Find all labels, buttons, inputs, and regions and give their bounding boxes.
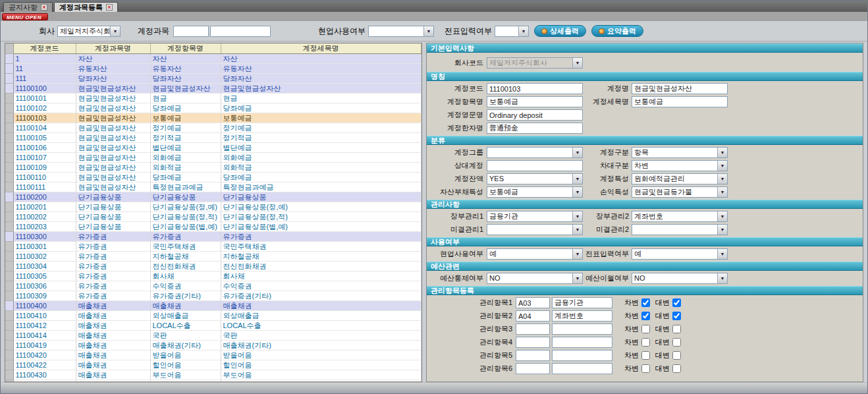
table-row[interactable]: 11100203단기금융상품단기금융상품(별,예)단기금융상품(별,예)	[5, 222, 421, 232]
row-selector[interactable]	[5, 54, 13, 64]
company-select[interactable]: 제일저지주식회사 ▼	[57, 26, 121, 37]
ledger-mgmt1-select[interactable]: 금융기관▼	[487, 211, 583, 222]
table-row[interactable]: 11100100현금및현금성자산현금및현금성자산현금및현금성자산	[5, 84, 421, 94]
table-row[interactable]: 11100110현금및현금성자산당좌예금당좌예금	[5, 173, 421, 183]
row-selector[interactable]	[5, 222, 13, 232]
table-row[interactable]: 11100305유가증권회사채회사채	[5, 271, 421, 281]
table-row[interactable]: 1자산자산자산	[5, 54, 421, 64]
row-selector[interactable]	[5, 192, 13, 202]
row-selector[interactable]	[5, 341, 13, 351]
mgmt-item-name-input[interactable]	[552, 310, 612, 322]
account-trait-select[interactable]: 원화예적금관리▼	[632, 173, 728, 184]
pending-mgmt1-select[interactable]: ▼	[487, 224, 583, 235]
row-selector[interactable]	[5, 173, 13, 183]
row-selector[interactable]	[5, 163, 13, 173]
table-row[interactable]: 11100107현금및현금성자산외화예금외화예금	[5, 153, 421, 163]
slip-entry-select[interactable]: 예▼	[632, 248, 728, 260]
table-row[interactable]: 11100300유가증권유가증권유가증권	[5, 232, 421, 242]
row-selector[interactable]	[5, 242, 13, 252]
mgmt-item-code-input[interactable]	[516, 297, 550, 308]
table-row[interactable]: 11100105현금및현금성자산정기적금정기적금	[5, 133, 421, 143]
tab-account-registration[interactable]: 계정과목등록 ×	[54, 2, 118, 12]
row-selector[interactable]	[5, 271, 13, 281]
column-header[interactable]: 계정코드	[13, 43, 76, 54]
field-use-select[interactable]: 예▼	[487, 248, 583, 260]
debit-checkbox[interactable]	[641, 338, 650, 347]
mgmt-item-code-input[interactable]	[516, 350, 550, 361]
table-row[interactable]: 11100111현금및현금성자산특정현금과예금특정현금과예금	[5, 183, 421, 192]
mgmt-item-name-input[interactable]	[552, 363, 612, 374]
detail-print-button[interactable]: 상세출력	[534, 25, 586, 37]
row-selector[interactable]	[5, 331, 13, 341]
row-selector[interactable]	[5, 103, 13, 113]
row-selector[interactable]	[5, 351, 13, 360]
credit-checkbox[interactable]	[672, 312, 681, 320]
mgmt-item-code-input[interactable]	[516, 363, 550, 374]
credit-checkbox[interactable]	[672, 351, 681, 360]
row-selector[interactable]	[5, 212, 13, 222]
table-row[interactable]: 111당좌자산당좌자산당좌자산	[5, 74, 421, 84]
account-group-select[interactable]: ▼	[487, 147, 583, 158]
table-row[interactable]: 11100309유가증권유가증권(기타)유가증권(기타)	[5, 291, 421, 301]
summary-print-button[interactable]: 요약출력	[591, 25, 643, 37]
row-selector[interactable]	[5, 123, 13, 133]
detail-name-input[interactable]	[632, 96, 728, 107]
credit-checkbox[interactable]	[672, 325, 681, 333]
counter-account-input[interactable]	[487, 160, 583, 171]
mgmt-item-code-input[interactable]	[516, 310, 550, 322]
row-selector[interactable]	[5, 311, 13, 321]
mgmt-item-code-input[interactable]	[516, 337, 550, 348]
table-row[interactable]: 11100304유가증권전신전화채권전신전화채권	[5, 262, 421, 271]
table-row[interactable]: 11100200단기금융상품단기금융상품단기금융상품	[5, 192, 421, 202]
column-header[interactable]: 계정항목명	[150, 43, 221, 54]
row-selector[interactable]	[5, 301, 13, 311]
row-selector[interactable]	[5, 64, 13, 74]
budget-carryover-select[interactable]: NO▼	[632, 273, 728, 284]
english-name-input[interactable]	[487, 109, 583, 121]
item-name-input[interactable]	[487, 96, 583, 107]
row-selector[interactable]	[5, 133, 13, 143]
row-selector[interactable]	[5, 74, 13, 84]
credit-checkbox[interactable]	[672, 364, 681, 373]
mgmt-item-name-input[interactable]	[552, 337, 612, 348]
row-selector[interactable]	[5, 360, 13, 370]
asset-liability-trait-select[interactable]: 보통예금▼	[487, 186, 583, 198]
table-row[interactable]: 11100102현금및현금성자산당좌예금당좌예금	[5, 103, 421, 113]
table-row[interactable]: 11100412매출채권LOCAL수출LOCAL수출	[5, 321, 421, 331]
row-selector[interactable]	[5, 113, 13, 123]
row-selector[interactable]	[5, 143, 13, 153]
row-selector[interactable]	[5, 94, 13, 103]
debit-checkbox[interactable]	[641, 351, 650, 360]
column-header[interactable]: 계정세목명	[221, 43, 421, 54]
pending-mgmt2-select[interactable]: ▼	[632, 224, 728, 235]
account-division-select[interactable]: 항목▼	[632, 147, 728, 158]
table-row[interactable]: 11100201단기금융상품단기금융상품(정,예)단기금융상품(정,예)	[5, 202, 421, 212]
debit-checkbox[interactable]	[641, 298, 650, 307]
table-row[interactable]: 11100101현금및현금성자산현금현금	[5, 94, 421, 103]
debit-credit-division-select[interactable]: 차변▼	[632, 160, 728, 171]
menu-open-button[interactable]: MENU OPEN	[2, 13, 48, 20]
row-selector[interactable]	[5, 202, 13, 212]
table-row[interactable]: 11100430매출채권부도어음부도어음	[5, 370, 421, 380]
table-row[interactable]: 11100103현금및현금성자산보통예금보통예금	[5, 113, 421, 123]
row-selector[interactable]	[5, 291, 13, 301]
table-row[interactable]: 11100109현금및현금성자산외화적금외화적금	[5, 163, 421, 173]
table-row[interactable]: 11100104현금및현금성자산정기예금정기예금	[5, 123, 421, 133]
table-row[interactable]: 11100422매출채권할인어음할인어음	[5, 360, 421, 370]
credit-checkbox[interactable]	[672, 298, 681, 307]
table-row[interactable]: 11100410매출채권외상매출금외상매출금	[5, 311, 421, 321]
debit-checkbox[interactable]	[641, 325, 650, 333]
table-row[interactable]: 11100419매출채권매출채권(기타)매출채권(기타)	[5, 341, 421, 351]
mgmt-item-code-input[interactable]	[516, 324, 550, 335]
row-selector[interactable]	[5, 84, 13, 94]
table-row[interactable]: 11100202단기금융상품단기금융상품(정,적)단기금융상품(정,적)	[5, 212, 421, 222]
table-row[interactable]: 11100306유가증권수익증권수익증권	[5, 281, 421, 291]
account-balance-select[interactable]: YES▼	[487, 173, 583, 184]
row-selector[interactable]	[5, 153, 13, 163]
mgmt-item-name-input[interactable]	[552, 297, 612, 308]
row-selector[interactable]	[5, 262, 13, 271]
close-icon[interactable]: ×	[106, 4, 113, 11]
credit-checkbox[interactable]	[672, 338, 681, 347]
mgmt-item-name-input[interactable]	[552, 350, 612, 361]
close-icon[interactable]: ×	[41, 4, 47, 11]
